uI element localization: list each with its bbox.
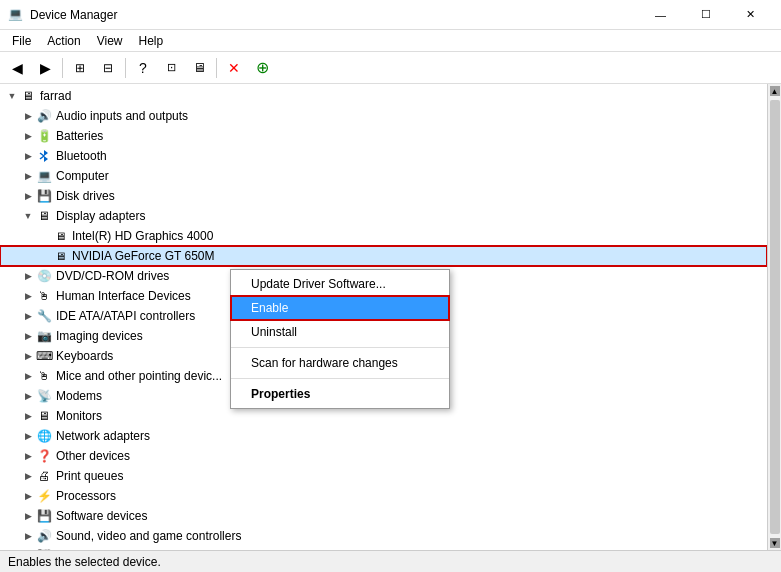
toolbar-delete[interactable]: ✕ bbox=[221, 55, 247, 81]
ctx-properties[interactable]: Properties bbox=[231, 382, 449, 406]
displayadapters-icon: 🖥 bbox=[36, 208, 52, 224]
keyboards-label: Keyboards bbox=[56, 349, 113, 363]
tree-item-software[interactable]: ▶ 💾 Software devices bbox=[0, 506, 767, 526]
ctx-uninstall[interactable]: Uninstall bbox=[231, 320, 449, 344]
menu-view[interactable]: View bbox=[89, 32, 131, 50]
processors-icon: ⚡ bbox=[36, 488, 52, 504]
mice-arrow: ▶ bbox=[20, 368, 36, 384]
dvdrom-arrow: ▶ bbox=[20, 268, 36, 284]
ctx-sep-1 bbox=[231, 347, 449, 348]
close-button[interactable]: ✕ bbox=[728, 0, 773, 30]
ide-arrow: ▶ bbox=[20, 308, 36, 324]
nvidia-label: NVIDIA GeForce GT 650M bbox=[72, 249, 215, 263]
toolbar-forward[interactable]: ▶ bbox=[32, 55, 58, 81]
tree-item-sound[interactable]: ▶ 🔊 Sound, video and game controllers bbox=[0, 526, 767, 546]
dvdrom-icon: 💿 bbox=[36, 268, 52, 284]
tree-item-print[interactable]: ▶ 🖨 Print queues bbox=[0, 466, 767, 486]
imaging-icon: 📷 bbox=[36, 328, 52, 344]
processors-arrow: ▶ bbox=[20, 488, 36, 504]
print-label: Print queues bbox=[56, 469, 123, 483]
processors-label: Processors bbox=[56, 489, 116, 503]
modems-icon: 📡 bbox=[36, 388, 52, 404]
hid-icon: 🖱 bbox=[36, 288, 52, 304]
toolbar-computer[interactable]: 🖥 bbox=[186, 55, 212, 81]
bluetooth-icon bbox=[36, 148, 52, 164]
ctx-update[interactable]: Update Driver Software... bbox=[231, 272, 449, 296]
menu-help[interactable]: Help bbox=[131, 32, 172, 50]
toolbar-sep-1 bbox=[62, 58, 63, 78]
displayadapters-arrow: ▼ bbox=[20, 208, 36, 224]
imaging-label: Imaging devices bbox=[56, 329, 143, 343]
tree-item-other[interactable]: ▶ ❓ Other devices bbox=[0, 446, 767, 466]
network-arrow: ▶ bbox=[20, 428, 36, 444]
scroll-up[interactable]: ▲ bbox=[770, 86, 780, 96]
scrollbar[interactable]: ▲ ▼ bbox=[767, 84, 781, 550]
storage-icon: 💾 bbox=[36, 548, 52, 550]
tree-item-processors[interactable]: ▶ ⚡ Processors bbox=[0, 486, 767, 506]
ctx-enable[interactable]: Enable bbox=[231, 296, 449, 320]
tree-item-nvidia[interactable]: ▶ 🖥 NVIDIA GeForce GT 650M bbox=[0, 246, 767, 266]
tree-item-monitors[interactable]: ▶ 🖥 Monitors bbox=[0, 406, 767, 426]
toolbar-sep-2 bbox=[125, 58, 126, 78]
diskdrives-icon: 💾 bbox=[36, 188, 52, 204]
other-icon: ❓ bbox=[36, 448, 52, 464]
network-label: Network adapters bbox=[56, 429, 150, 443]
tree-item-diskdrives[interactable]: ▶ 💾 Disk drives bbox=[0, 186, 767, 206]
intel-icon: 🖥 bbox=[52, 228, 68, 244]
print-icon: 🖨 bbox=[36, 468, 52, 484]
maximize-button[interactable]: ☐ bbox=[683, 0, 728, 30]
keyboards-arrow: ▶ bbox=[20, 348, 36, 364]
ctx-scan[interactable]: Scan for hardware changes bbox=[231, 351, 449, 375]
tree-item-batteries[interactable]: ▶ 🔋 Batteries bbox=[0, 126, 767, 146]
tree-item-storage[interactable]: ▶ 💾 Storage controllers bbox=[0, 546, 767, 550]
computer-label: Computer bbox=[56, 169, 109, 183]
title-bar-controls: — ☐ ✕ bbox=[638, 0, 773, 30]
toolbar-device-manager[interactable]: ⊡ bbox=[158, 55, 184, 81]
tree-item-displayadapters[interactable]: ▼ 🖥 Display adapters bbox=[0, 206, 767, 226]
audio-arrow: ▶ bbox=[20, 108, 36, 124]
other-arrow: ▶ bbox=[20, 448, 36, 464]
software-arrow: ▶ bbox=[20, 508, 36, 524]
status-bar: Enables the selected device. bbox=[0, 550, 781, 572]
root-label: farrad bbox=[40, 89, 71, 103]
menu-action[interactable]: Action bbox=[39, 32, 88, 50]
toolbar-back[interactable]: ◀ bbox=[4, 55, 30, 81]
dvdrom-label: DVD/CD-ROM drives bbox=[56, 269, 169, 283]
scroll-down[interactable]: ▼ bbox=[770, 538, 780, 548]
device-tree[interactable]: ▼ 🖥 farrad ▶ 🔊 Audio inputs and outputs … bbox=[0, 84, 767, 550]
ctx-sep-2 bbox=[231, 378, 449, 379]
tree-item-computer[interactable]: ▶ 💻 Computer bbox=[0, 166, 767, 186]
batteries-arrow: ▶ bbox=[20, 128, 36, 144]
audio-label: Audio inputs and outputs bbox=[56, 109, 188, 123]
toolbar: ◀ ▶ ⊞ ⊟ ? ⊡ 🖥 ✕ ⊕ bbox=[0, 52, 781, 84]
title-bar: 💻 Device Manager — ☐ ✕ bbox=[0, 0, 781, 30]
audio-icon: 🔊 bbox=[36, 108, 52, 124]
scroll-thumb[interactable] bbox=[770, 100, 780, 534]
toolbar-expand[interactable]: ⊞ bbox=[67, 55, 93, 81]
minimize-button[interactable]: — bbox=[638, 0, 683, 30]
root-arrow: ▼ bbox=[4, 88, 20, 104]
other-label: Other devices bbox=[56, 449, 130, 463]
imaging-arrow: ▶ bbox=[20, 328, 36, 344]
bluetooth-arrow: ▶ bbox=[20, 148, 36, 164]
window-title: Device Manager bbox=[30, 8, 638, 22]
tree-root[interactable]: ▼ 🖥 farrad bbox=[0, 86, 767, 106]
app-icon: 💻 bbox=[8, 7, 24, 23]
main-area: ▼ 🖥 farrad ▶ 🔊 Audio inputs and outputs … bbox=[0, 84, 781, 550]
tree-item-bluetooth[interactable]: ▶ Bluetooth bbox=[0, 146, 767, 166]
tree-item-audio[interactable]: ▶ 🔊 Audio inputs and outputs bbox=[0, 106, 767, 126]
tree-item-network[interactable]: ▶ 🌐 Network adapters bbox=[0, 426, 767, 446]
toolbar-add[interactable]: ⊕ bbox=[249, 55, 275, 81]
print-arrow: ▶ bbox=[20, 468, 36, 484]
mice-label: Mice and other pointing devic... bbox=[56, 369, 222, 383]
ide-icon: 🔧 bbox=[36, 308, 52, 324]
monitors-icon: 🖥 bbox=[36, 408, 52, 424]
batteries-label: Batteries bbox=[56, 129, 103, 143]
status-text: Enables the selected device. bbox=[8, 555, 161, 569]
toolbar-help[interactable]: ? bbox=[130, 55, 156, 81]
menu-file[interactable]: File bbox=[4, 32, 39, 50]
storage-label: Storage controllers bbox=[56, 549, 157, 550]
tree-item-intel[interactable]: ▶ 🖥 Intel(R) HD Graphics 4000 bbox=[0, 226, 767, 246]
toolbar-collapse[interactable]: ⊟ bbox=[95, 55, 121, 81]
network-icon: 🌐 bbox=[36, 428, 52, 444]
